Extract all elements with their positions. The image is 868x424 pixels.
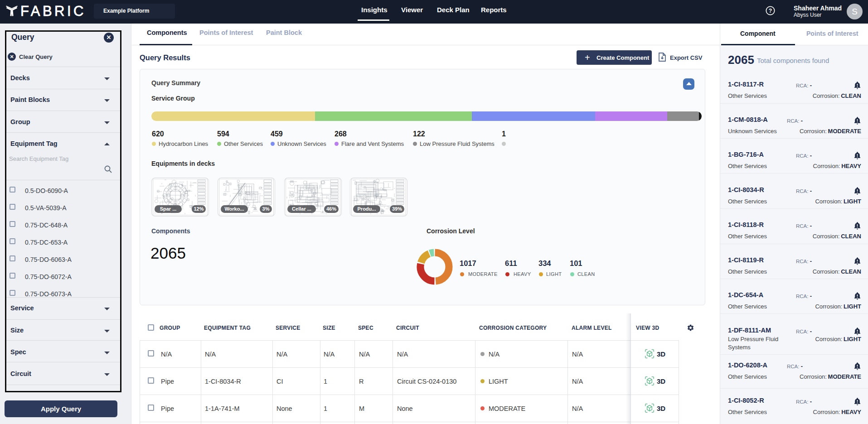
svg-text:?: ? <box>769 8 772 14</box>
